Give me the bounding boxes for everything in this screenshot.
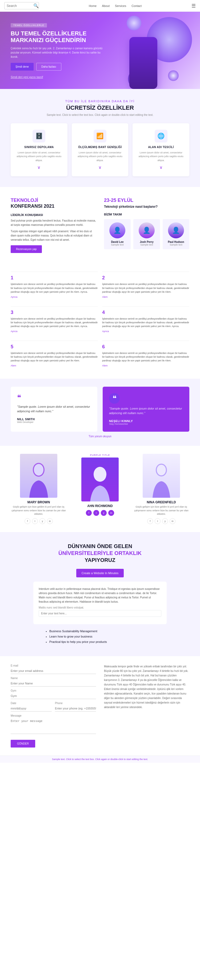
feature-desc-3: Lorem ipsum dolor sit amet, consectetur … — [137, 151, 185, 162]
testimonial-card-1: ❝ "Sample quote. Lorem ipsum dolor sit a… — [11, 387, 97, 432]
twitter-icon-2[interactable]: t — [93, 510, 99, 516]
youtube-icon-2[interactable]: y — [101, 510, 107, 516]
list-text-3: İşletmelerin son derece verimli ve yenil… — [11, 317, 98, 328]
create-website-btn[interactable]: Create a Website In Minutes — [76, 569, 124, 578]
linkedin-icon-1[interactable]: in — [47, 518, 53, 524]
partner-link-3[interactable]: Practical tips to help you price your pr… — [50, 640, 167, 643]
list-link-6[interactable]: Alem — [102, 364, 108, 367]
youtube-icon-1[interactable]: y — [40, 518, 45, 524]
conference-date: 23-25 EYLÜL — [104, 197, 189, 203]
partner-form-input[interactable] — [39, 610, 162, 617]
message-field[interactable] — [11, 718, 96, 734]
nav-link[interactable]: Home — [89, 4, 96, 8]
nav-link[interactable]: Services — [115, 4, 126, 8]
feature-title-2: ÖLÇÜLMEMIŞ BANT GENİŞLİĞİ — [76, 146, 124, 149]
social-icons-2: f t y in — [72, 510, 128, 516]
hero-link[interactable]: Şimdi deri yeni yazısı tasnif — [11, 76, 43, 78]
team-role-3: Sample text — [165, 243, 187, 246]
gym-field[interactable] — [11, 693, 96, 699]
nav-link[interactable]: About — [102, 4, 110, 8]
team-card-3: 👤 Paul Hudson Sample text — [163, 219, 189, 249]
feature-expand-1[interactable]: ∨ — [15, 165, 63, 170]
hero-primary-btn[interactable]: Şimdi dene — [11, 63, 34, 71]
team-avatar-2: 👤 — [139, 222, 155, 238]
partner-form-label: Mattis nunc sed blandit libero volutpat. — [39, 606, 162, 609]
list-item-6: 6 İşletmelerin son derece verimli ve yen… — [102, 340, 189, 371]
testimonial-card-2: ❝ "Sample quote. Lorem ipsum dolor sit a… — [103, 387, 189, 432]
feature-expand-3[interactable]: ∨ — [137, 165, 185, 170]
showcase-label-2: purple title — [72, 454, 128, 457]
search-bar[interactable]: 🔍 — [4, 2, 39, 9]
facebook-icon-1[interactable]: f — [24, 518, 30, 524]
facebook-icon-3[interactable]: f — [147, 518, 153, 524]
form-group-name: Name — [11, 677, 96, 687]
list-number-3: 3 — [11, 310, 98, 315]
partner-links-list: Business Sustainability Management Learn… — [34, 630, 167, 643]
testimonial-author-1: NILL SMITH — [17, 418, 91, 421]
hero-outline-btn[interactable]: Daha fazlası — [36, 63, 61, 71]
quote-icon-1: ❝ — [17, 393, 91, 402]
linkedin-icon-3[interactable]: in — [170, 518, 176, 524]
name-field[interactable] — [11, 680, 96, 687]
features-section: TÜM BU İLE BARIDINIRA DAHA DA İYİ ÜCRETS… — [0, 89, 200, 187]
hero-section: TEMEL ÖZELLİKLERLE BU TEMEL ÖZELLİKLERLE… — [0, 12, 200, 89]
header: 🔍 Home About Services Contact ☰ — [0, 0, 200, 12]
features-sample-text: Sample text. Click to select the text bo… — [36, 113, 164, 117]
search-input[interactable] — [7, 4, 34, 8]
showcase-name-2: AHN RICHMOND — [72, 504, 128, 508]
twitter-icon-1[interactable]: t — [32, 518, 38, 524]
team-card-2: 👤 Josh Perry Sample text — [133, 219, 160, 249]
team-showcase-section: MARY BROWN Güçlü gelişim için bize geldi… — [0, 446, 200, 532]
partnership-title: DÜNYANIN ÖNDE GELEN ÜNİVERSİTELERİYLE OR… — [11, 543, 189, 563]
hero-tag: TEMEL ÖZELLİKLERLE — [11, 23, 47, 27]
hero-cta: Şimdi dene Daha fazlası — [11, 63, 107, 71]
linkedin-icon-2[interactable]: in — [108, 510, 114, 516]
list-text-1: İşletmelerin son derece verimli ve yenil… — [11, 282, 98, 294]
showcase-desc-1: Güçlü gelişim için bize geldim ki pırıl … — [11, 505, 67, 516]
list-link-5[interactable]: Alem — [11, 364, 16, 367]
partner-link-1[interactable]: Business Sustainability Management — [50, 630, 167, 633]
list-link-3[interactable]: Ayrıca — [11, 330, 18, 332]
conference-title: TEKNOLOJİ KONFERANSI 2021 — [11, 197, 96, 209]
person-figure-1 — [27, 460, 51, 498]
feature-desc-2: Lorem ipsum dolor sit amet, consectetur … — [76, 151, 124, 162]
testimonial-quote-1: "Sample quote. Lorem ipsum dolor sit ame… — [17, 404, 91, 414]
showcase-desc-3: Güçlü gelişim için bize geldim ki pırıl … — [133, 505, 189, 516]
list-number-4: 4 — [102, 310, 189, 315]
submit-btn[interactable]: GÖNDER — [11, 740, 35, 748]
date-field[interactable] — [11, 705, 52, 711]
testimonial-quote-2: "Sample quote. Lorem ipsum dolor sit ame… — [109, 406, 183, 416]
person-figure-2 — [88, 464, 112, 501]
showcase-card-3: NINA GREENFIELD Güçlü gelişim için bize … — [133, 454, 189, 524]
feature-title-3: ALAN ADI TESCİLİ — [137, 146, 185, 149]
phone-field[interactable] — [55, 705, 96, 711]
conference-cta-btn[interactable]: Rezervasyon yap — [11, 245, 42, 253]
hero-title: BU TEMEL ÖZELLİKLERLE MARKANIZI GÜÇLENDİ… — [11, 30, 107, 44]
youtube-icon-3[interactable]: y — [162, 518, 168, 524]
team-role-1: Sample text — [106, 243, 128, 246]
feature-expand-2[interactable]: ∨ — [76, 165, 124, 170]
phone-label: Phone — [55, 702, 96, 705]
hero-content: TEMEL ÖZELLİKLERLE BU TEMEL ÖZELLİKLERLE… — [11, 22, 107, 79]
email-field[interactable] — [11, 668, 96, 674]
form-group-date: Date — [11, 702, 52, 711]
list-item-3: 3 İşletmelerin son derece verimli ve yen… — [11, 306, 98, 336]
list-link-2[interactable]: Alem — [102, 296, 108, 298]
facebook-icon-2[interactable]: f — [86, 510, 92, 516]
showcase-img-2 — [82, 458, 119, 501]
list-link-1[interactable]: Ayrıca — [11, 296, 18, 298]
twitter-icon-3[interactable]: t — [155, 518, 160, 524]
conference-speech-text2: Turpis egestas integer eget aliquet nibh… — [11, 229, 96, 242]
list-link-4[interactable]: Ayrıca — [102, 330, 109, 332]
partner-link-2[interactable]: Learn how to grow your business — [50, 635, 167, 638]
numbered-list-section: 1 İşletmelerin son derece verimli ve yen… — [0, 264, 200, 379]
hamburger-icon[interactable]: ☰ — [192, 3, 196, 9]
list-text-6: İşletmelerin son derece verimli ve yenil… — [102, 351, 189, 363]
testimonials-link[interactable]: Tüm yorum okuyun — [11, 432, 189, 438]
nav-link[interactable]: Contact — [131, 4, 142, 8]
showcase-img-3 — [142, 454, 180, 498]
search-icon: 🔍 — [34, 3, 39, 8]
form-group-message: Message — [11, 714, 96, 735]
features-grid: 🗄️ SINIRSIZ DEPOLAMA Lorem ipsum dolor s… — [11, 123, 189, 176]
date-label: Date — [11, 702, 52, 705]
